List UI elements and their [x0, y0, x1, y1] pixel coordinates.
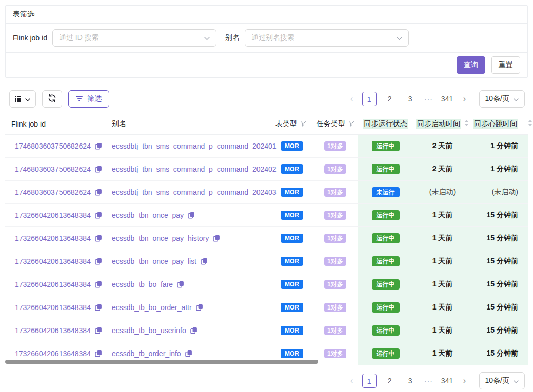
- alias-link[interactable]: ecssdb_tbn_once_pay: [112, 211, 184, 219]
- heartbeat-time-value: 15 分钟前: [487, 349, 518, 358]
- filter-card: 表筛选 Flink job id 通过 ID 搜索 别名 通过别名搜索 查询 重…: [5, 5, 528, 78]
- job-id-link[interactable]: 1732660420613648384: [15, 326, 91, 335]
- page-1-button[interactable]: 1: [362, 92, 377, 106]
- status-badge: 运行中: [372, 233, 400, 243]
- page-size-select[interactable]: 10条/页: [479, 372, 525, 389]
- next-page-icon[interactable]: ›: [459, 92, 471, 106]
- task-type-badge: 1对多: [324, 326, 346, 335]
- job-id-link[interactable]: 1732660420613648384: [15, 280, 91, 288]
- copy-icon[interactable]: [188, 212, 195, 219]
- alias-cell: ecssdbtj_tbn_sms_command_p_command_20240…: [112, 181, 275, 203]
- next-page-icon[interactable]: ›: [459, 374, 471, 388]
- copy-icon[interactable]: [95, 212, 102, 219]
- copy-icon[interactable]: [196, 304, 203, 311]
- table-type-cell: MOR: [275, 319, 317, 342]
- alias-link[interactable]: ecssdb_tb_bo_userinfo: [112, 326, 186, 335]
- table-type-cell: MOR: [275, 250, 317, 273]
- refresh-button[interactable]: [42, 90, 62, 108]
- heartbeat-time-value: (未启动): [492, 188, 518, 197]
- table-type-cell: MOR: [275, 204, 317, 226]
- alias-link[interactable]: ecssdb_tb_order_info: [112, 349, 181, 358]
- job-id-link[interactable]: 1732660420613648384: [15, 303, 91, 312]
- job-id-link[interactable]: 1732660420613648384: [15, 257, 91, 265]
- page-3-button[interactable]: 3: [403, 374, 418, 388]
- copy-icon[interactable]: [177, 281, 184, 288]
- start-time-value: 1 天前: [432, 326, 453, 335]
- column-settings-button[interactable]: [9, 90, 36, 108]
- sync-start-time-cell: 1 天前: [413, 342, 472, 365]
- copy-icon[interactable]: [95, 258, 102, 265]
- alias-link[interactable]: ecssdb_tb_bo_fare: [112, 280, 173, 288]
- sync-start-time-cell: 1 天前: [413, 296, 472, 319]
- copy-icon[interactable]: [95, 327, 102, 334]
- table-type-badge: MOR: [281, 257, 303, 266]
- job-id-link[interactable]: 1746803603750682624: [15, 188, 91, 196]
- sync-heartbeat-time-cell: 15 分钟前: [472, 227, 528, 250]
- pagination-ellipsis[interactable]: ···: [423, 377, 435, 385]
- copy-icon[interactable]: [95, 281, 102, 288]
- filter-card-title: 表筛选: [6, 6, 527, 24]
- start-time-value: 1 天前: [432, 349, 453, 358]
- column-sorter-icon[interactable]: [528, 119, 532, 128]
- copy-icon[interactable]: [95, 304, 102, 311]
- job-id-cell: 1732660420613648384: [5, 227, 112, 250]
- status-badge: 运行中: [372, 141, 400, 151]
- job-id-link[interactable]: 1732660420613648384: [15, 211, 91, 219]
- status-badge: 运行中: [372, 302, 400, 313]
- table-type-cell: MOR: [275, 158, 317, 180]
- alias-link[interactable]: ecssdb_tb_bo_order_attr: [112, 303, 192, 312]
- alias-link[interactable]: ecssdbtj_tbn_sms_command_p_command_20240…: [112, 165, 277, 173]
- status-badge: 运行中: [372, 325, 400, 336]
- task-type-cell: 1对多: [317, 135, 358, 157]
- copy-icon[interactable]: [95, 235, 102, 242]
- horizontal-scrollbar[interactable]: [5, 360, 318, 364]
- column-filter-icon[interactable]: [348, 120, 354, 128]
- flink-job-id-select[interactable]: 通过 ID 搜索: [52, 29, 216, 47]
- column-filter-icon[interactable]: [300, 120, 306, 128]
- copy-icon[interactable]: [95, 142, 102, 150]
- job-id-link[interactable]: 1746803603750682624: [15, 165, 91, 173]
- refresh-icon: [48, 94, 56, 104]
- alias-select[interactable]: 通过别名搜索: [245, 29, 409, 47]
- col-label: 同步运行状态: [363, 119, 408, 129]
- reset-button[interactable]: 重置: [491, 56, 520, 74]
- page-2-button[interactable]: 2: [383, 92, 397, 106]
- page-2-button[interactable]: 2: [383, 374, 397, 388]
- sync-status-cell: 运行中: [358, 250, 413, 273]
- alias-link[interactable]: ecssdb_tbn_once_pay_history: [112, 234, 209, 242]
- copy-icon[interactable]: [95, 166, 102, 173]
- prev-page-icon[interactable]: ‹: [346, 374, 358, 388]
- sync-start-time-cell: 1 天前: [413, 273, 472, 296]
- alias-link[interactable]: ecssdbtj_tbn_sms_command_p_command_20240…: [112, 188, 277, 196]
- start-time-value: (未启动): [429, 188, 456, 197]
- filter-toggle-button[interactable]: 筛选: [68, 90, 109, 108]
- prev-page-icon[interactable]: ‹: [346, 92, 358, 106]
- heartbeat-time-value: 15 分钟前: [487, 303, 518, 312]
- page-last-button[interactable]: 341: [440, 92, 455, 106]
- column-sorter-icon[interactable]: [464, 119, 469, 128]
- start-time-value: 1 天前: [432, 211, 453, 220]
- job-id-link[interactable]: 1746803603750682624: [15, 142, 91, 150]
- page-last-button[interactable]: 341: [440, 374, 455, 388]
- alias-cell: ecssdb_tbn_once_pay_history: [112, 227, 275, 250]
- sync-heartbeat-time-cell: 1 分钟前: [472, 158, 528, 180]
- start-time-value: 1 天前: [432, 280, 453, 289]
- alias-link[interactable]: ecssdb_tbn_once_pay_list: [112, 257, 196, 265]
- page-3-button[interactable]: 3: [403, 92, 418, 106]
- task-type-cell: 1对多: [317, 204, 358, 226]
- job-id-link[interactable]: 1732660420613648384: [15, 234, 91, 242]
- table-type-badge: MOR: [281, 211, 303, 220]
- query-button[interactable]: 查询: [457, 56, 485, 74]
- copy-icon[interactable]: [201, 258, 208, 265]
- copy-icon[interactable]: [95, 350, 102, 357]
- job-id-cell: 1746803603750682624: [5, 135, 112, 157]
- job-id-link[interactable]: 1732660420613648384: [15, 349, 91, 358]
- copy-icon[interactable]: [190, 327, 198, 334]
- copy-icon[interactable]: [95, 189, 102, 196]
- pagination-ellipsis[interactable]: ···: [423, 95, 435, 103]
- page-1-button[interactable]: 1: [362, 374, 377, 388]
- copy-icon[interactable]: [213, 235, 220, 242]
- alias-link[interactable]: ecssdbtj_tbn_sms_command_p_command_20240…: [112, 142, 277, 150]
- page-size-select[interactable]: 10条/页: [479, 90, 525, 108]
- copy-icon[interactable]: [185, 350, 192, 357]
